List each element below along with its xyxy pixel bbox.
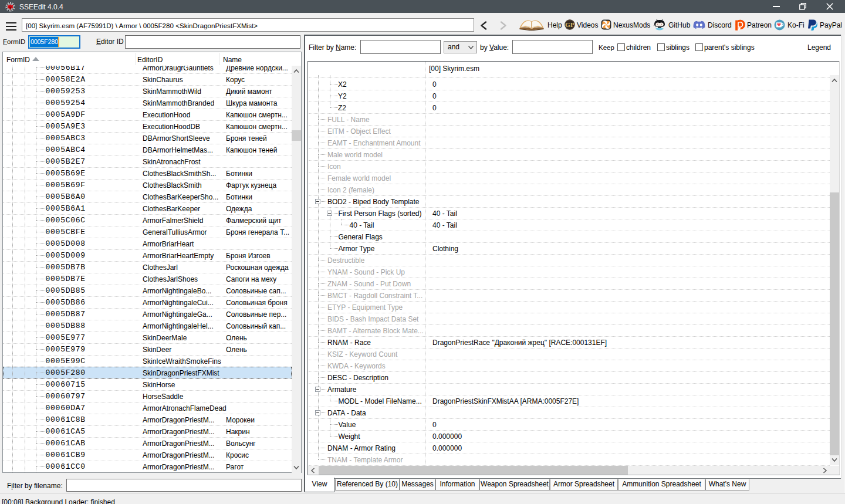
svg-text:GP: GP (565, 21, 574, 28)
